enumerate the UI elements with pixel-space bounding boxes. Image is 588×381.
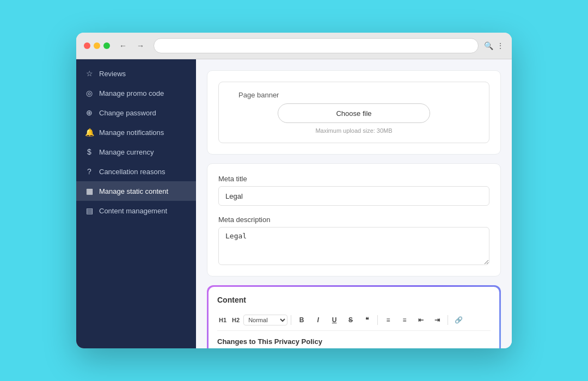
cancellation-icon: ? — [85, 167, 94, 176]
password-icon: ⊕ — [85, 108, 94, 117]
editor-content[interactable]: Changes to This Privacy Policy We may up… — [217, 336, 491, 348]
italic-button[interactable]: I — [311, 313, 325, 327]
sidebar-item-reviews-label: Reviews — [99, 70, 126, 78]
main-content: Page banner Choose file Maximum upload s… — [196, 59, 512, 348]
strikethrough-button[interactable]: S — [344, 313, 358, 327]
notifications-icon: 🔔 — [85, 128, 94, 137]
meta-description-field: Meta description Legal — [218, 216, 489, 265]
address-bar[interactable] — [154, 38, 479, 53]
sidebar-item-password-label: Change password — [99, 109, 156, 117]
sidebar-item-reviews[interactable]: ☆ Reviews — [76, 64, 196, 83]
meta-title-label: Meta title — [218, 175, 489, 183]
forward-button[interactable]: → — [133, 38, 148, 53]
sidebar-item-notifications-label: Manage notifications — [99, 128, 164, 137]
nav-buttons: ← → — [115, 38, 148, 53]
ordered-list-button[interactable]: ≡ — [381, 313, 395, 327]
content-editor-wrapper: Content H1 H2 Normal Heading 1 Heading 2… — [207, 285, 501, 348]
sidebar-item-change-password[interactable]: ⊕ Change password — [76, 103, 196, 122]
currency-icon: $ — [85, 148, 94, 156]
sidebar-item-static-label: Manage static content — [99, 187, 168, 195]
sidebar-item-cancellation-reasons[interactable]: ? Cancellation reasons — [76, 162, 196, 181]
content-section-label: Content — [217, 296, 491, 304]
bold-button[interactable]: B — [295, 313, 309, 327]
traffic-light-yellow[interactable] — [94, 42, 100, 49]
traffic-light-green[interactable] — [103, 42, 110, 49]
browser-window: ← → 🔍 ⋮ ☆ Reviews ◎ Manage promo code ⊕ … — [76, 33, 512, 348]
h1-button[interactable]: H1 — [217, 317, 228, 323]
page-banner-label: Page banner — [238, 91, 279, 99]
unordered-list-button[interactable]: ≡ — [397, 313, 412, 327]
page-banner-card: Page banner Choose file Maximum upload s… — [207, 70, 501, 155]
meta-title-input[interactable] — [218, 186, 489, 206]
underline-button[interactable]: U — [327, 313, 341, 327]
format-select[interactable]: Normal Heading 1 Heading 2 — [243, 315, 287, 325]
search-icon: 🔍 — [484, 41, 493, 50]
h2-button[interactable]: H2 — [230, 317, 241, 323]
sidebar-item-content-mgmt-label: Content management — [99, 207, 167, 215]
sidebar-item-content-management[interactable]: ▤ Content management — [76, 201, 196, 220]
link-button[interactable]: 🔗 — [451, 313, 465, 327]
more-icon: ⋮ — [497, 41, 504, 50]
browser-body: ☆ Reviews ◎ Manage promo code ⊕ Change p… — [76, 59, 512, 348]
indent-right-button[interactable]: ⇥ — [430, 313, 444, 327]
meta-description-input[interactable]: Legal — [218, 227, 489, 265]
choose-file-button[interactable]: Choose file — [278, 103, 430, 123]
sidebar-item-promo-label: Manage promo code — [99, 89, 164, 97]
sidebar: ☆ Reviews ◎ Manage promo code ⊕ Change p… — [76, 59, 196, 348]
toolbar-divider-2 — [377, 315, 378, 325]
sidebar-item-currency-label: Manage currency — [99, 148, 154, 156]
toolbar-divider-1 — [291, 315, 291, 325]
meta-description-label: Meta description — [218, 216, 489, 224]
traffic-light-red[interactable] — [84, 42, 90, 49]
traffic-lights — [84, 42, 110, 49]
content-mgmt-icon: ▤ — [85, 206, 94, 215]
meta-title-field: Meta title — [218, 175, 489, 206]
indent-left-button[interactable]: ⇤ — [414, 313, 428, 327]
sidebar-item-manage-notifications[interactable]: 🔔 Manage notifications — [76, 122, 196, 142]
quote-button[interactable]: ❝ — [360, 313, 374, 327]
back-button[interactable]: ← — [115, 38, 131, 53]
content-editor-card: Content H1 H2 Normal Heading 1 Heading 2… — [209, 287, 499, 348]
editor-toolbar: H1 H2 Normal Heading 1 Heading 2 B I U S… — [217, 310, 491, 331]
sidebar-item-cancellation-label: Cancellation reasons — [99, 168, 165, 176]
static-content-icon: ▦ — [85, 187, 94, 195]
sidebar-item-manage-static-content[interactable]: ▦ Manage static content — [76, 181, 196, 201]
upload-hint: Maximum upload size: 30MB — [315, 127, 392, 134]
reviews-icon: ☆ — [85, 69, 94, 78]
sidebar-item-manage-promo-code[interactable]: ◎ Manage promo code — [76, 83, 196, 103]
toolbar-divider-3 — [448, 315, 448, 325]
editor-heading-1: Changes to This Privacy Policy — [217, 336, 491, 348]
promo-icon: ◎ — [85, 89, 94, 97]
browser-chrome: ← → 🔍 ⋮ — [76, 33, 512, 59]
sidebar-item-manage-currency[interactable]: $ Manage currency — [76, 142, 196, 162]
banner-box: Page banner Choose file Maximum upload s… — [218, 82, 489, 143]
meta-fields-card: Meta title Meta description Legal — [207, 163, 501, 276]
browser-actions: 🔍 ⋮ — [484, 41, 504, 50]
